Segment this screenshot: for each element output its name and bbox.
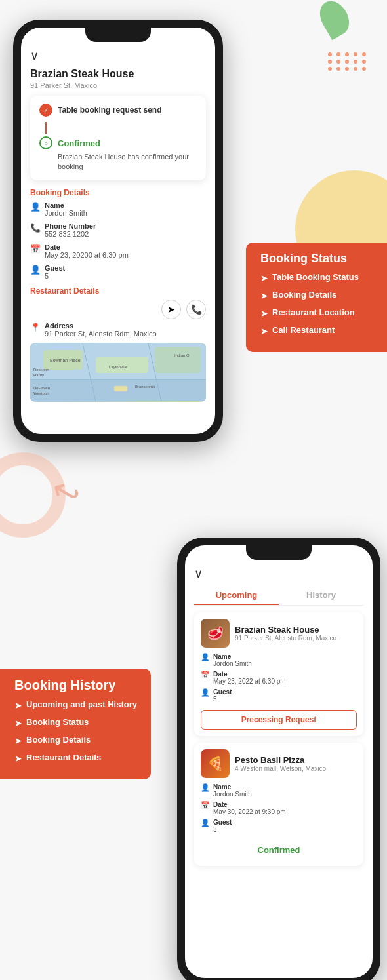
detail-date: 📅 Date May 23, 20200 at 6:30 pm xyxy=(30,243,206,259)
booking-person-icon-1: 👤 xyxy=(201,653,210,661)
booking-card-addr-1: 91 Parker St, Alensto Rdm, Maxico xyxy=(235,635,336,642)
booking-detail-name-2: 👤 Name Jordon Smith xyxy=(201,783,357,798)
phone2-mockup: ∨ Upcoming History 🥩 Brazian Steak House… xyxy=(177,538,380,980)
tab-upcoming[interactable]: Upcoming xyxy=(194,586,279,605)
booking-detail-name-1: 👤 Name Jordon Smith xyxy=(201,653,357,667)
person-icon: 👤 xyxy=(30,202,41,212)
bhp-item-2: ➤ Booking Status xyxy=(14,717,139,728)
booking-guest-icon-2: 👤 xyxy=(201,819,210,827)
bsp-item-3: ➤ Restaurant Location xyxy=(260,307,375,319)
bsp-title: Booking Status xyxy=(260,252,375,265)
guest-icon: 👤 xyxy=(30,265,41,275)
bhp-item-1: ➤ Upcoming and past History xyxy=(14,699,139,711)
status-card: ✓ Table booking request send ○ Confirmed… xyxy=(30,96,206,180)
processing-request-button[interactable]: Precessing Request xyxy=(201,710,357,730)
booking-calendar-icon-1: 📅 xyxy=(201,671,210,679)
svg-text:Branscomb: Branscomb xyxy=(135,385,155,389)
calendar-icon: 📅 xyxy=(30,244,41,254)
call-button[interactable]: 📞 xyxy=(186,300,206,319)
svg-rect-4 xyxy=(155,347,201,373)
booking-card-name-2: Pesto Basil Pizza xyxy=(235,755,326,765)
svg-text:Hardy: Hardy xyxy=(33,373,44,377)
booking-detail-date-2: 📅 Date May 30, 2022 at 9:30 pm xyxy=(201,801,357,815)
booking-card-steak: 🥩 Brazian Steak House 91 Parker St, Alen… xyxy=(194,612,363,736)
status-send-icon: ✓ xyxy=(39,104,52,117)
bhp-item-4: ➤ Restaurant Details xyxy=(14,753,139,764)
directions-button[interactable]: ➤ xyxy=(161,300,181,319)
booking-card-name-1: Brazian Steak House xyxy=(235,625,336,635)
booking-status-panel: Booking Status ➤ Table Booking Status ➤ … xyxy=(246,243,387,352)
booking-thumb-pizza: 🍕 xyxy=(201,749,230,778)
booking-tabs: Upcoming History xyxy=(194,586,363,606)
booking-detail-guest-1: 👤 Guest 5 xyxy=(201,688,357,703)
bhp-arrow-4: ➤ xyxy=(14,753,22,764)
booking-person-icon-2: 👤 xyxy=(201,783,210,792)
bsp-item-2: ➤ Booking Details xyxy=(260,290,375,301)
status-send-label: Table booking request send xyxy=(58,106,161,115)
booking-detail-date-1: 📅 Date May 23, 2022 at 6:30 pm xyxy=(201,671,357,685)
status-confirmed-label: Confirmed xyxy=(58,138,100,148)
section2: ∨ Upcoming History 🥩 Brazian Steak House… xyxy=(0,538,387,577)
detail-guest: 👤 Guest 5 xyxy=(30,264,206,280)
svg-text:Westport: Westport xyxy=(33,391,49,395)
bsp-item-4: ➤ Call Restaurant xyxy=(260,325,375,336)
status-confirmed-text: Brazian Steak House has confirmed your b… xyxy=(39,152,197,172)
map-placeholder: Bowman Place Rockport Hardy Laytonville … xyxy=(30,343,206,402)
detail-name: 👤 Name Jordon Smith xyxy=(30,201,206,217)
bhp-arrow-1: ➤ xyxy=(14,700,22,711)
tab-history[interactable]: History xyxy=(279,586,363,605)
location-icon: 📍 xyxy=(30,323,41,332)
booking-card-addr-2: 4 Weston mall, Welson, Maxico xyxy=(235,765,326,772)
bhp-item-3: ➤ Booking Details xyxy=(14,735,139,746)
address-actions: ➤ 📞 xyxy=(30,300,206,319)
booking-thumb-steak: 🥩 xyxy=(201,619,230,648)
bhp-title: Booking History xyxy=(14,678,139,693)
phone-notch xyxy=(85,28,151,42)
arrow-icon-3: ➤ xyxy=(260,308,268,319)
detail-address: 📍 Address 91 Parker St, Alensto Rdm, Max… xyxy=(30,322,206,338)
booking-guest-icon-1: 👤 xyxy=(201,688,210,697)
svg-text:DeHaven: DeHaven xyxy=(33,386,50,390)
phone1-restaurant-name: Brazian Steak House xyxy=(30,68,206,80)
phone-icon: 📞 xyxy=(30,223,41,233)
arrow-icon-4: ➤ xyxy=(260,326,268,336)
booking-calendar-icon-2: 📅 xyxy=(201,801,210,810)
arrow-icon-1: ➤ xyxy=(260,273,268,283)
detail-phone: 📞 Phone Number 552 832 1202 xyxy=(30,222,206,238)
svg-text:Bowman Place: Bowman Place xyxy=(50,358,81,363)
svg-text:Rockport: Rockport xyxy=(33,368,49,372)
booking-details-title: Booking Details xyxy=(30,188,206,197)
bsp-item-1: ➤ Table Booking Status xyxy=(260,272,375,283)
phone1-restaurant-addr: 91 Parker St, Maxico xyxy=(30,81,206,89)
phone2-chevron[interactable]: ∨ xyxy=(194,566,363,581)
restaurant-details-title: Restaurant Details xyxy=(30,286,206,296)
booking-history-panel: Booking History ➤ Upcoming and past Hist… xyxy=(0,669,151,779)
arrow-icon-2: ➤ xyxy=(260,290,268,301)
svg-text:Laytonville: Laytonville xyxy=(109,365,128,369)
svg-text:Indian O: Indian O xyxy=(174,353,190,357)
phone1-chevron[interactable]: ∨ xyxy=(30,49,206,63)
bhp-arrow-2: ➤ xyxy=(14,718,22,728)
status-line xyxy=(45,122,47,134)
bhp-arrow-3: ➤ xyxy=(14,735,22,746)
phone1-mockup: ∨ Brazian Steak House 91 Parker St, Maxi… xyxy=(13,20,387,442)
phone2-notch xyxy=(246,545,312,560)
booking-card-pizza: 🍕 Pesto Basil Pizza 4 Weston mall, Welso… xyxy=(194,743,363,866)
confirmed-button[interactable]: Confirmed xyxy=(201,840,357,859)
booking-detail-guest-2: 👤 Guest 3 xyxy=(201,819,357,833)
status-confirmed-icon: ○ xyxy=(39,136,52,149)
svg-rect-17 xyxy=(114,386,127,391)
